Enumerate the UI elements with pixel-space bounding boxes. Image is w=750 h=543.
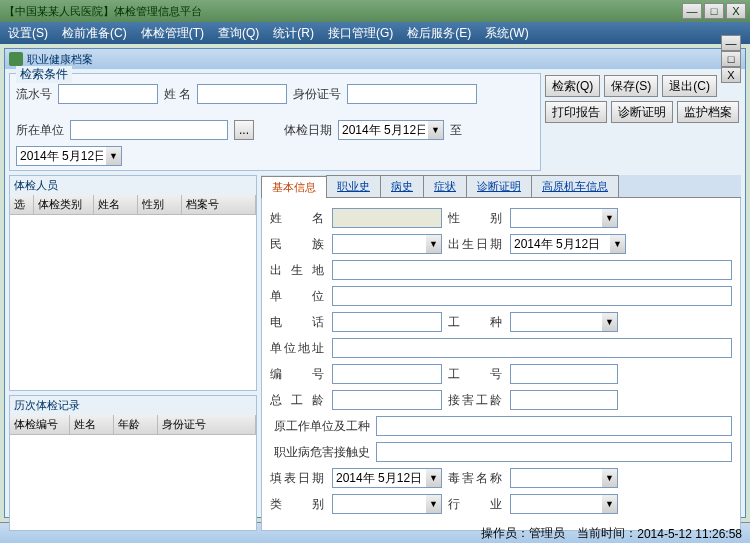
dd-sex[interactable]: ▼ xyxy=(602,208,618,228)
lbl-category: 类 别 xyxy=(270,496,326,513)
window-buttons: — □ X xyxy=(682,3,746,19)
fld-worktype[interactable] xyxy=(510,312,602,332)
col-age[interactable]: 年龄 xyxy=(114,415,158,434)
col-fileno[interactable]: 档案号 xyxy=(182,195,256,214)
col-sex[interactable]: 性别 xyxy=(138,195,182,214)
fld-harmhist[interactable] xyxy=(376,442,732,462)
menu-bar: 设置(S) 检前准备(C) 体检管理(T) 查询(Q) 统计(R) 接口管理(G… xyxy=(0,22,750,44)
fld-poison[interactable] xyxy=(510,468,602,488)
time-value: 2014-5-12 11:26:58 xyxy=(637,527,742,541)
fld-nation[interactable] xyxy=(332,234,426,254)
date-to-dropdown[interactable]: ▼ xyxy=(106,146,122,166)
history-grid-header: 体检编号 姓名 年龄 身份证号 xyxy=(10,415,256,435)
operator-label: 操作员： xyxy=(481,525,529,542)
fld-workno[interactable] xyxy=(510,364,618,384)
lbl-filldate: 填表日期 xyxy=(270,470,326,487)
lbl-nation: 民 族 xyxy=(270,236,326,253)
fld-unit[interactable] xyxy=(332,286,732,306)
col-hname[interactable]: 姓名 xyxy=(70,415,114,434)
lbl-birth: 出生日期 xyxy=(448,236,504,253)
dd-filldate[interactable]: ▼ xyxy=(426,468,442,488)
diag-button[interactable]: 诊断证明 xyxy=(611,101,673,123)
menu-interface[interactable]: 接口管理(G) xyxy=(328,25,393,42)
fld-harmage[interactable] xyxy=(510,390,618,410)
fld-category[interactable] xyxy=(332,494,426,514)
col-examno[interactable]: 体检编号 xyxy=(10,415,70,434)
col-idno[interactable]: 身份证号 xyxy=(158,415,256,434)
date-to-input[interactable] xyxy=(16,146,106,166)
app-title: 【中国某某人民医院】体检管理信息平台 xyxy=(4,4,682,19)
lbl-worktype: 工 种 xyxy=(448,314,504,331)
fld-birthplace[interactable] xyxy=(332,260,732,280)
print-button[interactable]: 打印报告 xyxy=(545,101,607,123)
serial-input[interactable] xyxy=(58,84,158,104)
search-button[interactable]: 检索(Q) xyxy=(545,75,600,97)
tab-jobhist[interactable]: 职业史 xyxy=(326,175,381,197)
save-button[interactable]: 保存(S) xyxy=(604,75,658,97)
unit-browse-button[interactable]: ... xyxy=(234,120,254,140)
dd-industry[interactable]: ▼ xyxy=(602,494,618,514)
fld-totalage[interactable] xyxy=(332,390,442,410)
menu-postservice[interactable]: 检后服务(E) xyxy=(407,25,471,42)
fld-filldate[interactable] xyxy=(332,468,426,488)
basic-info-form: 姓 名 性 别 ▼ 民 族 ▼ 出生日期 ▼ 出 生 地 xyxy=(261,198,741,531)
fld-industry[interactable] xyxy=(510,494,602,514)
id-label: 身份证号 xyxy=(293,86,341,103)
tab-medhist[interactable]: 病史 xyxy=(380,175,424,197)
fld-unitaddr[interactable] xyxy=(332,338,732,358)
history-panel-title: 历次体检记录 xyxy=(10,396,256,415)
dd-nation[interactable]: ▼ xyxy=(426,234,442,254)
child-minimize[interactable]: — xyxy=(721,35,741,51)
col-select[interactable]: 选 xyxy=(10,195,34,214)
col-type[interactable]: 体检类别 xyxy=(34,195,94,214)
care-button[interactable]: 监护档案 xyxy=(677,101,739,123)
name-input[interactable] xyxy=(197,84,287,104)
time-label: 当前时间： xyxy=(577,525,637,542)
tab-symptom[interactable]: 症状 xyxy=(423,175,467,197)
tab-diag[interactable]: 诊断证明 xyxy=(466,175,532,197)
fld-name[interactable] xyxy=(332,208,442,228)
lbl-poison: 毒害名称 xyxy=(448,470,504,487)
menu-exam[interactable]: 体检管理(T) xyxy=(141,25,204,42)
col-name[interactable]: 姓名 xyxy=(94,195,138,214)
unit-input[interactable] xyxy=(70,120,228,140)
dd-worktype[interactable]: ▼ xyxy=(602,312,618,332)
tab-plateau[interactable]: 高原机车信息 xyxy=(531,175,619,197)
operator-value: 管理员 xyxy=(529,525,565,542)
history-grid-body[interactable] xyxy=(10,435,256,530)
lbl-unit: 单 位 xyxy=(270,288,326,305)
lbl-harmage: 接害工龄 xyxy=(448,392,504,409)
lbl-name: 姓 名 xyxy=(270,210,326,227)
child-titlebar: 职业健康档案 — □ X xyxy=(5,49,745,69)
fld-sex[interactable] xyxy=(510,208,602,228)
search-group-label: 检索条件 xyxy=(16,66,72,83)
dd-birth[interactable]: ▼ xyxy=(610,234,626,254)
tab-basic[interactable]: 基本信息 xyxy=(261,176,327,198)
name-label: 姓 名 xyxy=(164,86,191,103)
menu-query[interactable]: 查询(Q) xyxy=(218,25,259,42)
fld-phone[interactable] xyxy=(332,312,442,332)
fld-birth[interactable] xyxy=(510,234,610,254)
personnel-grid-header: 选 体检类别 姓名 性别 档案号 xyxy=(10,195,256,215)
lbl-birthplace: 出 生 地 xyxy=(270,262,326,279)
date-from-input[interactable] xyxy=(338,120,428,140)
exit-button[interactable]: 退出(C) xyxy=(662,75,717,97)
child-maximize[interactable]: □ xyxy=(721,51,741,67)
dd-category[interactable]: ▼ xyxy=(426,494,442,514)
menu-precheck[interactable]: 检前准备(C) xyxy=(62,25,127,42)
date-from-dropdown[interactable]: ▼ xyxy=(428,120,444,140)
unit-label: 所在单位 xyxy=(16,122,64,139)
id-input[interactable] xyxy=(347,84,477,104)
menu-stats[interactable]: 统计(R) xyxy=(273,25,314,42)
personnel-grid-body[interactable] xyxy=(10,215,256,390)
lbl-workno: 工 号 xyxy=(448,366,504,383)
minimize-button[interactable]: — xyxy=(682,3,702,19)
menu-settings[interactable]: 设置(S) xyxy=(8,25,48,42)
fld-code[interactable] xyxy=(332,364,442,384)
dd-poison[interactable]: ▼ xyxy=(602,468,618,488)
lbl-phone: 电 话 xyxy=(270,314,326,331)
maximize-button[interactable]: □ xyxy=(704,3,724,19)
menu-system[interactable]: 系统(W) xyxy=(485,25,528,42)
close-button[interactable]: X xyxy=(726,3,746,19)
fld-prevunit[interactable] xyxy=(376,416,732,436)
